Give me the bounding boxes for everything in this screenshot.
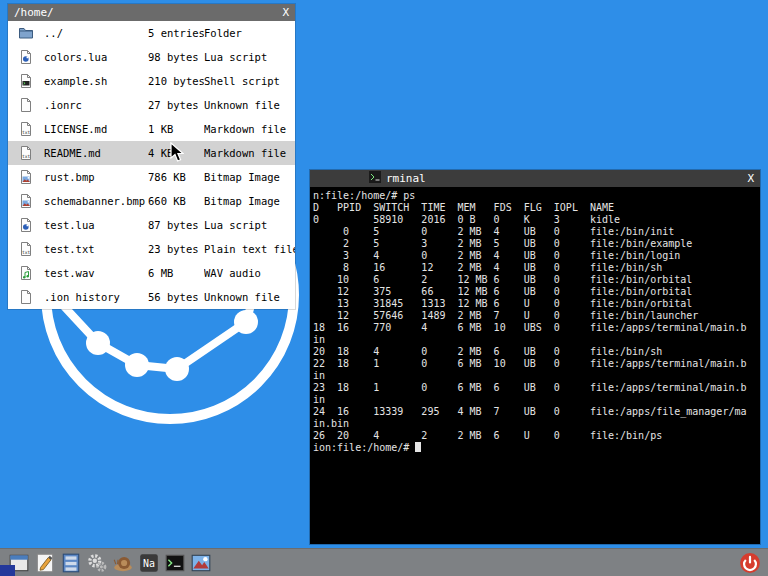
svg-text:txt: txt xyxy=(22,130,31,135)
terminal-line: 26 20 4 2 2 MB 6 U 0 file:/bin/ps xyxy=(313,430,760,442)
file-list: ../5 entriesFoldercolors.lua98 bytesLua … xyxy=(8,21,295,309)
terminal-cursor xyxy=(415,442,421,452)
file-size: 56 bytes xyxy=(148,291,204,303)
taskbar-terminal[interactable] xyxy=(162,550,187,575)
terminal-line: in xyxy=(313,334,760,346)
terminal-line: 12 57646 1489 2 MB 7 U 0 file:/bin/launc… xyxy=(313,310,760,322)
terminal-line: 13 31845 1313 12 MB 6 U 0 file:/bin/orbi… xyxy=(313,298,760,310)
taskbar-image-viewer[interactable] xyxy=(188,550,213,575)
file-size: 23 bytes xyxy=(148,243,204,255)
file-name: colors.lua xyxy=(44,51,148,63)
file-type: WAV audio xyxy=(204,267,295,279)
terminal-output[interactable]: n:file:/home/# psD PPID SWITCH TIME MEM … xyxy=(310,187,760,544)
file-name: schemabanner.bmp xyxy=(44,195,148,207)
file-cabinet-icon xyxy=(60,552,82,574)
file-row[interactable]: example.sh210 bytesShell script xyxy=(8,69,295,93)
file-size: 5 entries xyxy=(148,27,204,39)
terminal-line: 22 18 1 0 6 MB 10 UB 0 file:/apps/termin… xyxy=(313,358,760,370)
taskbar-settings[interactable] xyxy=(84,550,109,575)
folder-icon xyxy=(18,25,34,41)
gears-icon xyxy=(86,552,108,574)
file-size: 6 MB xyxy=(148,267,204,279)
file-name: .ionrc xyxy=(44,99,148,111)
terminal-line: D PPID SWITCH TIME MEM FDS FLG IOPL NAME xyxy=(313,202,760,214)
text-file-icon: txt xyxy=(18,241,34,257)
lua-file-icon xyxy=(18,217,34,233)
sodium-na-icon: Na xyxy=(138,552,160,574)
taskbar: Na xyxy=(0,548,768,576)
svg-text:txt: txt xyxy=(22,154,31,159)
desktop: /home/ X ../5 entriesFoldercolors.lua98 … xyxy=(0,0,768,576)
terminal-line: 8 16 12 2 MB 4 UB 0 file:/bin/sh xyxy=(313,262,760,274)
text-file-icon: txt xyxy=(18,145,34,161)
image-file-icon xyxy=(18,169,34,185)
file-row[interactable]: txtREADME.md4 KBMarkdown file xyxy=(8,141,295,165)
terminal-line: 12 375 66 12 MB 6 UB 0 file:/bin/orbital xyxy=(313,286,760,298)
file-name: README.md xyxy=(44,147,148,159)
file-type: Shell script xyxy=(204,75,295,87)
file-name: rust.bmp xyxy=(44,171,148,183)
terminal-line: 0 5 0 2 MB 4 UB 0 file:/bin/init xyxy=(313,226,760,238)
file-manager-titlebar[interactable]: /home/ X xyxy=(8,4,295,21)
file-type: Markdown file xyxy=(204,123,295,135)
file-row[interactable]: test.lua87 bytesLua script xyxy=(8,213,295,237)
file-name: test.lua xyxy=(44,219,148,231)
file-type: Folder xyxy=(204,27,295,39)
taskbar-editor[interactable] xyxy=(32,550,57,575)
taskbar-sodium[interactable]: Na xyxy=(136,550,161,575)
file-type: Unknown file xyxy=(204,99,295,111)
file-manager-window: /home/ X ../5 entriesFoldercolors.lua98 … xyxy=(8,4,295,309)
file-row[interactable]: txtLICENSE.md1 KBMarkdown file xyxy=(8,117,295,141)
terminal-line: 23 18 1 0 6 MB 6 UB 0 file:/apps/termina… xyxy=(313,382,760,394)
lua-file-icon xyxy=(18,49,34,65)
audio-file-icon xyxy=(18,265,34,281)
file-row[interactable]: .ion_history56 bytesUnknown file xyxy=(8,285,295,309)
file-type: Plain text file xyxy=(204,243,295,255)
file-row[interactable]: test.wav6 MBWAV audio xyxy=(8,261,295,285)
text-file-icon: txt xyxy=(18,121,34,137)
file-row[interactable]: .ionrc27 bytesUnknown file xyxy=(8,93,295,117)
file-row[interactable]: colors.lua98 bytesLua script xyxy=(8,45,295,69)
file-name: LICENSE.md xyxy=(44,123,148,135)
terminal-icon xyxy=(164,552,186,574)
unknown-file-icon xyxy=(18,97,34,113)
taskbar-file-manager[interactable] xyxy=(58,550,83,575)
terminal-window: rminal X n:file:/home/# psD PPID SWITCH … xyxy=(310,170,760,544)
file-type: Markdown file xyxy=(204,147,295,159)
file-row[interactable]: txttest.txt23 bytesPlain text file xyxy=(8,237,295,261)
terminal-line: in.bin xyxy=(313,418,760,430)
file-size: 660 KB xyxy=(148,195,204,207)
unknown-file-icon xyxy=(18,289,34,305)
file-row[interactable]: ../5 entriesFolder xyxy=(8,21,295,45)
terminal-line: n:file:/home/# ps xyxy=(313,190,760,202)
terminal-line: 3 4 0 2 MB 4 UB 0 file:/bin/login xyxy=(313,250,760,262)
file-size: 98 bytes xyxy=(148,51,204,63)
power-button[interactable] xyxy=(737,550,762,575)
taskbar-browser[interactable] xyxy=(110,550,135,575)
file-size: 786 KB xyxy=(148,171,204,183)
corner-square xyxy=(0,565,15,576)
file-size: 1 KB xyxy=(148,123,204,135)
terminal-titlebar[interactable]: rminal X xyxy=(310,170,760,187)
file-name: ../ xyxy=(44,27,148,39)
terminal-line: in xyxy=(313,370,760,382)
file-size: 87 bytes xyxy=(148,219,204,231)
taskbar-items: Na xyxy=(6,550,213,575)
file-type: Bitmap Image xyxy=(204,195,295,207)
close-icon[interactable]: X xyxy=(747,172,754,185)
image-viewer-icon xyxy=(190,552,212,574)
terminal-line: 20 18 4 0 2 MB 6 UB 0 file:/bin/sh xyxy=(313,346,760,358)
pencil-icon xyxy=(34,552,56,574)
file-size: 27 bytes xyxy=(148,99,204,111)
file-manager-title: /home/ xyxy=(14,6,54,19)
svg-text:txt: txt xyxy=(22,250,31,255)
terminal-line: 10 6 2 12 MB 6 UB 0 file:/bin/orbital xyxy=(313,274,760,286)
file-row[interactable]: rust.bmp786 KBBitmap Image xyxy=(8,165,295,189)
file-type: Lua script xyxy=(204,219,295,231)
file-type: Unknown file xyxy=(204,291,295,303)
snail-icon xyxy=(112,552,134,574)
file-size: 210 bytes xyxy=(148,75,204,87)
file-name: example.sh xyxy=(44,75,148,87)
file-row[interactable]: schemabanner.bmp660 KBBitmap Image xyxy=(8,189,295,213)
close-icon[interactable]: X xyxy=(282,6,289,19)
